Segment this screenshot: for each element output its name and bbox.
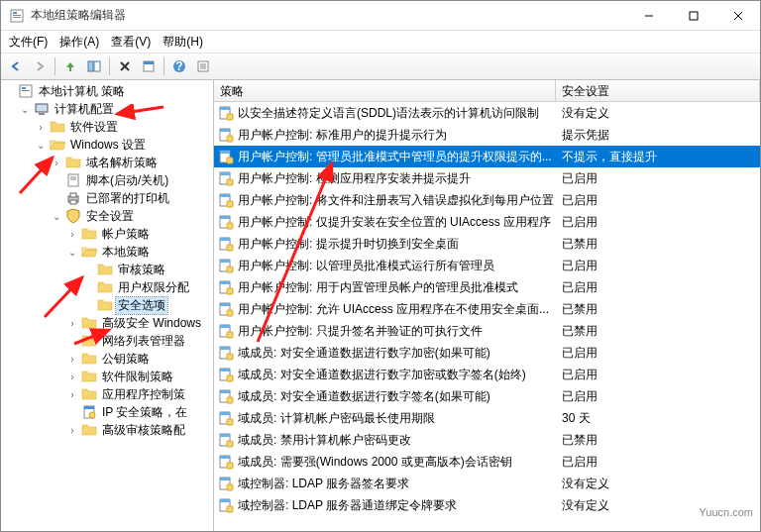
policy-row[interactable]: 用户帐户控制: 提示提升时切换到安全桌面已禁用 <box>214 233 760 255</box>
policy-icon <box>218 105 234 121</box>
col-setting-header[interactable]: 安全设置 <box>556 80 760 101</box>
policy-row[interactable]: 域成员: 禁用计算机帐户密码更改已禁用 <box>214 429 760 451</box>
tree-toggle-icon[interactable]: › <box>66 371 78 382</box>
tree-toggle-icon[interactable]: › <box>66 388 78 400</box>
tree-toggle-icon[interactable] <box>51 174 62 186</box>
back-button[interactable] <box>5 55 27 77</box>
tree-item-softwareRestriction[interactable]: ›软件限制策略 <box>3 368 211 385</box>
policy-row[interactable]: 用户帐户控制: 只提升签名并验证的可执行文件已禁用 <box>214 320 760 342</box>
col-policy-header[interactable]: 策略 <box>214 80 556 101</box>
list-body[interactable]: 以安全描述符定义语言(SDDL)语法表示的计算机访问限制没有定义用户帐户控制: … <box>214 102 760 531</box>
tree-toggle-icon[interactable] <box>66 406 78 418</box>
policy-icon <box>218 279 234 295</box>
policy-row[interactable]: 用户帐户控制: 仅提升安装在安全位置的 UIAccess 应用程序已启用 <box>214 211 760 233</box>
tree-item-scripts[interactable]: 脚本(启动/关机) <box>3 171 211 189</box>
policy-row[interactable]: 用户帐户控制: 管理员批准模式中管理员的提升权限提示的...不提示，直接提升 <box>214 146 760 167</box>
tree-label: 域名解析策略 <box>84 155 160 171</box>
policy-icon <box>218 192 234 208</box>
menu-action[interactable]: 操作(A) <box>59 34 99 51</box>
tree-item-auditPolicy[interactable]: 审核策略 <box>3 261 211 278</box>
tree-item-printers[interactable]: 已部署的打印机 <box>3 189 211 207</box>
policy-icon <box>218 454 234 470</box>
menu-file[interactable]: 文件(F) <box>9 34 48 51</box>
up-button[interactable] <box>59 55 81 77</box>
tree-toggle-icon[interactable] <box>82 299 94 311</box>
tree-item-appControl[interactable]: ›应用程序控制策 <box>3 385 211 403</box>
policy-row[interactable]: 以安全描述符定义语言(SDDL)语法表示的计算机访问限制没有定义 <box>214 102 760 124</box>
delete-button[interactable] <box>114 55 136 77</box>
help-button[interactable]: ? <box>168 55 190 77</box>
tree-item-userRights[interactable]: 用户权限分配 <box>3 278 211 296</box>
toolbar: ? <box>1 53 760 80</box>
tree-item-securityOptions[interactable]: 安全选项 <box>3 296 211 314</box>
policy-row[interactable]: 域控制器: LDAP 服务器签名要求没有定义 <box>214 473 760 494</box>
tree-item-nameResolution[interactable]: ›域名解析策略 <box>3 154 211 171</box>
tree-label: 安全设置 <box>84 208 136 225</box>
svg-rect-30 <box>70 200 76 204</box>
tree-toggle-icon[interactable] <box>82 281 94 293</box>
tree-toggle-icon[interactable]: › <box>66 317 78 329</box>
tree-toggle-icon[interactable]: › <box>66 353 78 365</box>
policy-row[interactable]: 域成员: 对安全通道数据进行数字签名(如果可能)已启用 <box>214 385 760 407</box>
policy-setting: 提示凭据 <box>556 127 760 144</box>
tree-toggle-icon[interactable]: › <box>66 228 78 240</box>
tree-item-accountPolicy[interactable]: ›帐户策略 <box>3 225 211 243</box>
tree-toggle-icon[interactable]: ⌄ <box>66 246 78 258</box>
svg-rect-69 <box>227 354 233 360</box>
policy-row[interactable]: 用户帐户控制: 标准用户的提升提示行为提示凭据 <box>214 124 760 146</box>
svg-rect-29 <box>70 193 76 197</box>
tree-toggle-icon[interactable]: › <box>35 121 47 133</box>
tree-item-networkListMgr[interactable]: 网络列表管理器 <box>3 332 211 350</box>
properties-button[interactable] <box>138 55 160 77</box>
tree-node-icon <box>81 422 97 438</box>
tree-toggle-icon[interactable]: ⌄ <box>51 210 62 222</box>
svg-rect-24 <box>39 113 45 115</box>
tree-toggle-icon[interactable]: ⌄ <box>19 103 31 115</box>
forward-button[interactable] <box>29 55 51 77</box>
policy-setting: 已启用 <box>556 170 760 187</box>
policy-row[interactable]: 用户帐户控制: 将文件和注册表写入错误虚拟化到每用户位置已启用 <box>214 189 760 211</box>
policy-row[interactable]: 用户帐户控制: 检测应用程序安装并提示提升已启用 <box>214 167 760 189</box>
tree-pane[interactable]: 本地计算机 策略⌄计算机配置›软件设置⌄Windows 设置›域名解析策略脚本(… <box>1 80 214 531</box>
tree-node-icon <box>65 172 81 188</box>
tree-toggle-icon[interactable] <box>82 264 94 275</box>
tree-item-publicKey[interactable]: ›公钥策略 <box>3 350 211 368</box>
policy-name: 域成员: 对安全通道数据进行数字签名(如果可能) <box>238 388 490 405</box>
tree-item-localPolicy[interactable]: ⌄本地策略 <box>3 243 211 261</box>
minimize-button[interactable] <box>626 1 671 30</box>
tree-item-root[interactable]: 本地计算机 策略 <box>3 82 211 100</box>
tree-toggle-icon[interactable]: ⌄ <box>35 139 47 151</box>
policy-row[interactable]: 域成员: 对安全通道数据进行数字加密(如果可能)已启用 <box>214 342 760 364</box>
policy-row[interactable]: 域成员: 计算机帐户密码最长使用期限30 天 <box>214 407 760 429</box>
tree-item-securitySettings[interactable]: ⌄安全设置 <box>3 207 211 225</box>
tree-toggle-icon[interactable]: › <box>51 157 62 168</box>
show-tree-button[interactable] <box>83 55 105 77</box>
close-button[interactable] <box>715 1 760 30</box>
tree-toggle-icon[interactable] <box>66 335 78 347</box>
tree-toggle-icon[interactable] <box>3 85 15 97</box>
tree-toggle-icon[interactable]: › <box>66 424 78 436</box>
menu-help[interactable]: 帮助(H) <box>163 34 203 51</box>
policy-row[interactable]: 域成员: 需要强(Windows 2000 或更高版本)会话密钥已启用 <box>214 451 760 473</box>
menu-view[interactable]: 查看(V) <box>111 34 151 51</box>
tree-node-icon <box>81 226 97 242</box>
svg-rect-75 <box>227 397 233 403</box>
export-button[interactable] <box>192 55 214 77</box>
tree-item-advancedAudit[interactable]: ›高级审核策略配 <box>3 421 211 439</box>
policy-row[interactable]: 域成员: 对安全通道数据进行数字加密或数字签名(始终)已启用 <box>214 364 760 385</box>
policy-row[interactable]: 用户帐户控制: 以管理员批准模式运行所有管理员已启用 <box>214 255 760 276</box>
svg-rect-45 <box>227 179 233 185</box>
tree-item-softwareSettings[interactable]: ›软件设置 <box>3 118 211 136</box>
tree-item-ipSecurity[interactable]: IP 安全策略，在 <box>3 403 211 421</box>
policy-row[interactable]: 用户帐户控制: 允许 UIAccess 应用程序在不使用安全桌面...已禁用 <box>214 298 760 320</box>
tree-toggle-icon[interactable] <box>51 192 62 204</box>
svg-rect-47 <box>220 194 230 197</box>
tree-item-advancedSecurity[interactable]: ›高级安全 Windows <box>3 314 211 332</box>
svg-rect-57 <box>227 266 233 272</box>
policy-setting: 30 天 <box>556 410 760 427</box>
policy-row[interactable]: 域控制器: LDAP 服务器通道绑定令牌要求没有定义 <box>214 494 760 516</box>
tree-item-computerConfig[interactable]: ⌄计算机配置 <box>3 100 211 118</box>
policy-row[interactable]: 用户帐户控制: 用于内置管理员帐户的管理员批准模式已启用 <box>214 276 760 298</box>
tree-item-windowsSettings[interactable]: ⌄Windows 设置 <box>3 136 211 154</box>
maximize-button[interactable] <box>671 1 715 30</box>
